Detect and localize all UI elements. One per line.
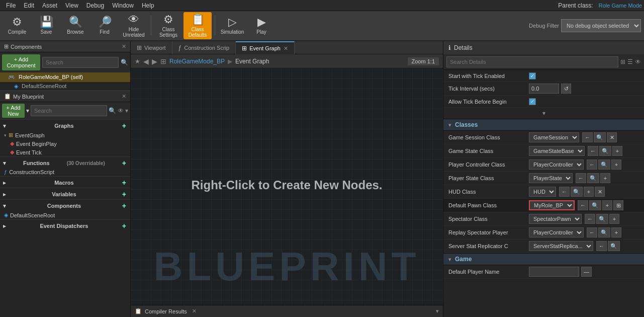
hud-clear[interactable]: ✕ bbox=[595, 187, 605, 197]
chevron-down-icon[interactable]: ▾ bbox=[125, 107, 128, 114]
allow-tick-checkbox[interactable]: ✓ bbox=[529, 98, 536, 105]
player-state-select[interactable]: PlayerState bbox=[529, 173, 573, 183]
game-session-search[interactable]: 🔍 bbox=[594, 132, 606, 142]
add-component-button[interactable]: + Add Component bbox=[2, 54, 40, 70]
event-tick-item[interactable]: ◆ Event Tick bbox=[0, 148, 130, 156]
pc-add[interactable]: + bbox=[611, 160, 621, 170]
add-variable-button[interactable]: + bbox=[122, 190, 126, 198]
event-graph-item[interactable]: ▾ ⊞ EventGraph bbox=[0, 131, 130, 139]
menu-file[interactable]: File bbox=[2, 2, 20, 9]
debug-filter-select[interactable]: No debug object selected bbox=[561, 19, 641, 32]
tab-close-icon[interactable]: ✕ bbox=[284, 45, 288, 52]
pawn-back[interactable]: ← bbox=[578, 200, 588, 210]
class-defaults-button[interactable]: 📋 Class Defaults bbox=[183, 12, 212, 39]
selected-component[interactable]: 🎮 RoleGameMode_BP (self) bbox=[0, 72, 130, 82]
grid-view-icon[interactable]: ⊞ bbox=[620, 58, 625, 65]
game-state-search[interactable]: 🔍 bbox=[599, 146, 611, 156]
blueprint-search-input[interactable] bbox=[31, 105, 107, 116]
menu-window[interactable]: Window bbox=[108, 2, 138, 9]
default-player-name-input[interactable] bbox=[529, 267, 579, 277]
ps-add[interactable]: + bbox=[600, 173, 610, 183]
spec-add[interactable]: + bbox=[609, 214, 619, 224]
event-graph-tab[interactable]: ⊞ Event Graph ✕ bbox=[236, 41, 295, 54]
details-search-input[interactable] bbox=[446, 56, 618, 67]
tick-interval-reset[interactable]: ↺ bbox=[561, 84, 571, 94]
game-arrow[interactable]: ▾ bbox=[448, 257, 451, 262]
hide-unrelated-button[interactable]: 👁 Hide Unrelated bbox=[120, 12, 148, 39]
start-tick-checkbox[interactable]: ✓ bbox=[529, 72, 536, 80]
game-state-add[interactable]: + bbox=[612, 146, 622, 156]
game-session-select[interactable]: GameSession bbox=[529, 132, 579, 142]
game-state-select[interactable]: GameStateBase bbox=[529, 146, 585, 156]
graph-area[interactable]: Right-Click to Create New Nodes. BLUEPRI… bbox=[131, 68, 443, 305]
breadcrumb-class[interactable]: RoleGameMode_BP bbox=[169, 58, 225, 65]
spec-search[interactable]: 🔍 bbox=[596, 214, 608, 224]
component-search-input[interactable] bbox=[42, 57, 119, 68]
classes-arrow[interactable]: ▾ bbox=[448, 122, 451, 128]
replay-back[interactable]: ← bbox=[587, 227, 597, 237]
play-button[interactable]: ▶ Play bbox=[247, 12, 275, 39]
default-pawn-select[interactable]: MyRole_BP bbox=[529, 200, 575, 210]
menu-debug[interactable]: Debug bbox=[82, 2, 108, 9]
find-button[interactable]: 🔎 Find bbox=[90, 12, 119, 39]
eye-details-icon[interactable]: 👁 bbox=[635, 58, 641, 65]
ss-back[interactable]: ← bbox=[596, 241, 607, 251]
construction-tab[interactable]: ƒ Construction Scrip bbox=[172, 41, 236, 54]
hud-search[interactable]: 🔍 bbox=[571, 187, 583, 197]
pawn-search[interactable]: 🔍 bbox=[589, 200, 601, 210]
default-scene-root-item[interactable]: ◈ DefaultSceneRoot bbox=[0, 82, 130, 91]
replay-spectator-select[interactable]: PlayerController bbox=[529, 227, 584, 237]
game-session-clear[interactable]: ✕ bbox=[607, 132, 617, 142]
tick-interval-input[interactable] bbox=[529, 84, 559, 94]
forward-button[interactable]: ▶ bbox=[152, 57, 157, 65]
viewport-tab[interactable]: ⊞ Viewport bbox=[131, 41, 172, 54]
menu-view[interactable]: View bbox=[61, 2, 82, 9]
add-macro-button[interactable]: + bbox=[122, 179, 126, 187]
hud-back[interactable]: ← bbox=[559, 187, 570, 197]
list-view-icon[interactable]: ☰ bbox=[627, 58, 633, 65]
compiler-collapse[interactable]: ▾ bbox=[436, 308, 439, 314]
back-button[interactable]: ◀ bbox=[143, 57, 149, 65]
add-graph-button[interactable]: + bbox=[122, 122, 126, 130]
event-begin-play-item[interactable]: ◆ Event BeginPlay bbox=[0, 139, 130, 148]
ss-search[interactable]: 🔍 bbox=[608, 241, 620, 251]
save-button[interactable]: 💾 Save bbox=[32, 12, 60, 39]
compile-button[interactable]: ⚙ Compile bbox=[3, 12, 31, 39]
add-dispatcher-button[interactable]: + bbox=[122, 222, 126, 230]
pc-search[interactable]: 🔍 bbox=[598, 160, 610, 170]
default-scene-root-bp-item[interactable]: ◈ DefaultSceneRoot bbox=[0, 211, 130, 219]
pc-back[interactable]: ← bbox=[587, 160, 597, 170]
spec-back[interactable]: ← bbox=[585, 214, 595, 224]
blueprint-panel-close[interactable]: ✕ bbox=[122, 93, 126, 100]
parent-class-link[interactable]: Role Game Mode bbox=[599, 3, 642, 9]
simulation-button[interactable]: ▷ Simulation bbox=[218, 12, 246, 39]
menu-help[interactable]: Help bbox=[138, 2, 158, 9]
menu-asset[interactable]: Asset bbox=[38, 2, 61, 9]
add-new-button[interactable]: + Add New bbox=[2, 104, 25, 118]
pawn-add[interactable]: + bbox=[602, 200, 612, 210]
ps-back[interactable]: ← bbox=[576, 173, 586, 183]
game-session-back[interactable]: ← bbox=[582, 132, 593, 142]
add-new-arrow[interactable]: ▾ bbox=[26, 107, 29, 114]
server-stat-select[interactable]: ServerStatReplica... bbox=[529, 241, 593, 251]
ps-search[interactable]: 🔍 bbox=[587, 173, 599, 183]
menu-edit[interactable]: Edit bbox=[20, 2, 38, 9]
replay-search[interactable]: 🔍 bbox=[598, 227, 610, 237]
pawn-extra[interactable]: ⊞ bbox=[613, 200, 623, 210]
favorite-icon[interactable]: ★ bbox=[135, 58, 140, 65]
browse-button[interactable]: 🔍 Browse bbox=[61, 12, 89, 39]
hud-add[interactable]: + bbox=[584, 187, 594, 197]
class-settings-button[interactable]: ⚙ Class Settings bbox=[154, 12, 182, 39]
replay-add[interactable]: + bbox=[611, 227, 621, 237]
add-function-button[interactable]: + bbox=[122, 159, 126, 167]
eye-icon[interactable]: 👁 bbox=[118, 107, 124, 114]
game-state-back[interactable]: ← bbox=[588, 146, 598, 156]
dpn-reset[interactable]: — bbox=[581, 267, 592, 277]
construction-script-item[interactable]: ƒ ConstructionScript bbox=[0, 168, 130, 176]
compiler-tab-close[interactable]: ✕ bbox=[192, 308, 197, 314]
components-close[interactable]: ✕ bbox=[122, 43, 126, 50]
collapse-icon[interactable]: ▾ bbox=[542, 110, 545, 117]
spectator-select[interactable]: SpectatorPawn bbox=[529, 214, 582, 224]
add-component2-button[interactable]: + bbox=[122, 202, 126, 210]
player-controller-select[interactable]: PlayerController bbox=[529, 160, 584, 170]
